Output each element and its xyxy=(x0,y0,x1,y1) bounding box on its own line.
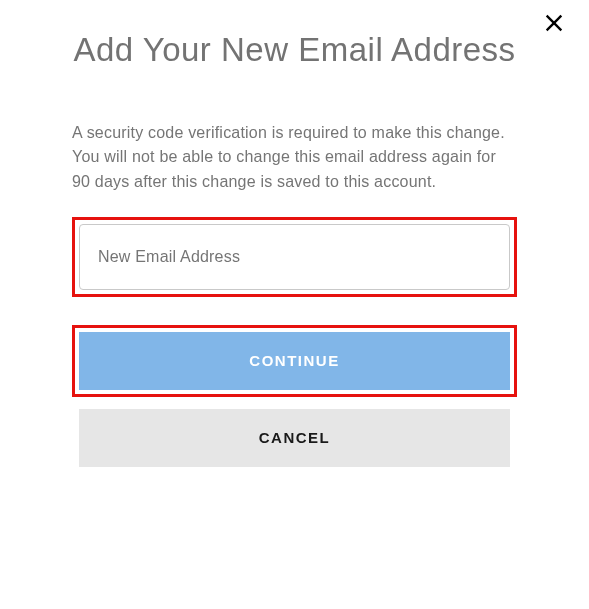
new-email-input[interactable] xyxy=(79,224,510,290)
dialog-title: Add Your New Email Address xyxy=(72,28,517,73)
email-input-highlight xyxy=(72,217,517,297)
cancel-button[interactable]: CANCEL xyxy=(79,409,510,467)
continue-button[interactable]: CONTINUE xyxy=(79,332,510,390)
dialog-description: A security code verification is required… xyxy=(72,121,517,195)
close-icon xyxy=(543,12,565,38)
dialog-container: Add Your New Email Address A security co… xyxy=(0,0,589,467)
close-button[interactable] xyxy=(539,10,569,40)
continue-button-highlight: CONTINUE xyxy=(72,325,517,397)
